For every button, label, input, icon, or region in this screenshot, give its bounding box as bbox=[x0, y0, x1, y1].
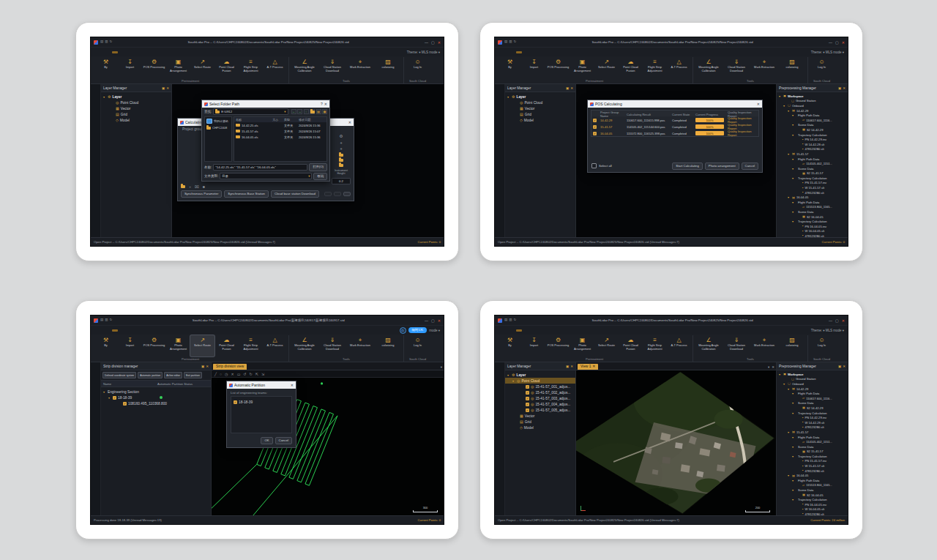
checkbox[interactable] bbox=[526, 403, 529, 406]
chevron-down-icon[interactable]: ▾ bbox=[788, 152, 791, 156]
checkbox[interactable] bbox=[526, 391, 529, 395]
ribbon-button[interactable]: ⚒By bbox=[498, 57, 522, 78]
chevron-down-icon[interactable]: ▾ bbox=[788, 387, 791, 391]
checkbox[interactable] bbox=[593, 132, 597, 135]
chevron-down-icon[interactable]: ▾ bbox=[507, 373, 510, 377]
minimize-button[interactable]: — bbox=[425, 318, 428, 323]
layer-tree-item[interactable]: ▦Vector bbox=[505, 105, 575, 111]
chevron-down-icon[interactable]: ▾ bbox=[792, 123, 795, 127]
ribbon-button[interactable]: ▨colorizing bbox=[374, 57, 402, 78]
maximize-button[interactable]: ▢ bbox=[835, 40, 839, 45]
ribbon-button[interactable]: ☺Log In bbox=[406, 335, 430, 356]
drawing-tool-icon[interactable]: ↺ bbox=[243, 372, 246, 376]
new-folder-icon[interactable] bbox=[310, 109, 315, 114]
preproc-tree-item[interactable]: ▾▤15-41-57 bbox=[777, 430, 848, 435]
ribbon-button[interactable]: ☺Log In bbox=[810, 57, 834, 78]
tab-strip-division-view[interactable]: Strip division view bbox=[213, 364, 247, 370]
detail-view-icon[interactable]: ▦ bbox=[322, 109, 327, 114]
close-icon[interactable]: ✕ bbox=[206, 365, 209, 368]
pin-icon[interactable]: ▣ bbox=[566, 365, 569, 368]
dialog-button[interactable]: Synchronous Parameter bbox=[181, 190, 222, 198]
team-item[interactable]: 18-18-39 bbox=[234, 399, 289, 405]
ribbon-button[interactable]: ↧Import bbox=[118, 335, 142, 356]
ribbon-button[interactable]: ⚙POS Processing bbox=[142, 57, 166, 78]
preproc-tree-item[interactable]: ▾Trajectory Calculation bbox=[777, 497, 848, 502]
chevron-down-icon[interactable]: ▾ bbox=[792, 220, 795, 223]
preproc-tree-item[interactable]: ▢Ground Station bbox=[777, 377, 848, 382]
quick-access-icon[interactable]: ▥ bbox=[509, 318, 512, 322]
preproc-tree-item[interactable]: ▪PN 16-04-05.inv bbox=[777, 224, 848, 229]
ribbon-button[interactable]: ▣Photo Arrangement bbox=[166, 57, 190, 78]
filetype-combobox[interactable]: 目录▾ bbox=[220, 173, 312, 179]
column-header[interactable]: Calculating Result bbox=[627, 113, 672, 116]
close-icon[interactable]: ✕ bbox=[570, 86, 573, 90]
checkbox[interactable] bbox=[593, 119, 597, 122]
preproc-tree-item[interactable]: ▪PN 15-41-57.inv bbox=[777, 459, 848, 464]
preproc-tree-item[interactable]: ▢Ground Station bbox=[777, 99, 848, 104]
preproc-tree-item[interactable]: ▾Trajectory Calculation bbox=[777, 454, 848, 459]
dialog-button[interactable] bbox=[324, 192, 332, 196]
ribbon-button[interactable]: ∠Mounting Angle Calibration bbox=[291, 335, 318, 356]
theme-selector[interactable]: Theme: ▾ MLS mode ▾ bbox=[407, 51, 440, 54]
drawing-tool-icon[interactable]: ⇲ bbox=[261, 372, 264, 376]
preproc-tree-item[interactable]: ▾Scene Data bbox=[777, 444, 848, 449]
quick-access-icon[interactable]: ▤ bbox=[100, 40, 103, 44]
chevron-down-icon[interactable]: ▾ bbox=[792, 201, 795, 204]
checkbox[interactable] bbox=[526, 385, 529, 389]
pin-icon[interactable]: ▣ bbox=[566, 86, 569, 90]
quick-access-icon[interactable]: ↻ bbox=[110, 40, 113, 44]
close-button[interactable]: ✕ bbox=[842, 40, 845, 45]
ribbon-button[interactable]: ≡Flight Strip Adjustment bbox=[239, 57, 263, 78]
ribbon-button[interactable]: ☺Log In bbox=[406, 57, 430, 78]
preproc-tree-item[interactable]: ▦S2 16-04-05 bbox=[777, 493, 848, 498]
layer-tree-item[interactable]: ◎15-41-57_002_adjus... bbox=[505, 389, 575, 395]
checkbox[interactable] bbox=[526, 397, 529, 400]
preproc-tree-item[interactable]: ▾▣Workspace bbox=[777, 372, 848, 377]
ribbon-button[interactable]: ⚒By bbox=[498, 335, 522, 356]
select-all-checkbox[interactable] bbox=[591, 163, 597, 168]
quick-access-icon[interactable]: ▤ bbox=[504, 40, 507, 44]
gear-icon[interactable]: ⚙ bbox=[340, 135, 343, 139]
layer-tree-item[interactable]: ▦Vector bbox=[505, 413, 575, 419]
cancel-button[interactable]: 取消 bbox=[313, 173, 327, 180]
chevron-down-icon[interactable]: ▾ bbox=[792, 498, 795, 501]
pos-table-row[interactable]: 15-41-57114105.402_115144.600.posComplet… bbox=[591, 123, 758, 130]
ribbon-button[interactable]: ↧Import bbox=[118, 57, 142, 78]
checkbox[interactable] bbox=[234, 400, 237, 404]
preproc-tree-item[interactable]: ▾Scene Data bbox=[777, 488, 848, 493]
preproc-tree-item[interactable]: ▾Scene Data bbox=[777, 166, 848, 171]
preproc-tree-item[interactable]: ▾Trajectory Calculation bbox=[777, 219, 848, 224]
chevron-down-icon[interactable]: ▾ bbox=[788, 109, 791, 113]
preproc-tree-item[interactable]: ▾Trajectory Calculation bbox=[777, 176, 848, 181]
ribbon-button[interactable]: ⌖Mark Extraction bbox=[750, 335, 778, 356]
checkbox[interactable] bbox=[113, 396, 116, 400]
quick-access-icon[interactable]: ▥ bbox=[509, 40, 512, 44]
chevron-down-icon[interactable]: ▾ bbox=[779, 373, 782, 376]
quick-access-icon[interactable]: ↻ bbox=[514, 40, 517, 44]
ribbon-button[interactable]: ⚒By bbox=[94, 57, 118, 78]
ribbon-button[interactable]: △A-T Process bbox=[667, 57, 691, 78]
preproc-tree-item[interactable]: ▪PN 14-42-29.inv bbox=[777, 415, 848, 420]
ribbon-button[interactable]: ☁Point Cloud Fusion bbox=[619, 57, 643, 78]
preproc-tree-item[interactable]: ▾Scene Data bbox=[777, 401, 848, 406]
drawing-tool-icon[interactable]: ╱ bbox=[214, 372, 217, 376]
preproc-tree-item[interactable]: ▾Scene Data bbox=[777, 123, 848, 128]
strip-tree-item[interactable]: ▾Engineering Section bbox=[101, 389, 211, 395]
promo-icon[interactable]: ☊ bbox=[400, 327, 406, 334]
ribbon-button[interactable]: ⌖Mark Extraction bbox=[346, 57, 374, 78]
close-icon[interactable]: ✕ bbox=[570, 365, 573, 368]
ribbon-button[interactable]: ☁Point Cloud Fusion bbox=[619, 335, 643, 356]
layer-tree-item[interactable]: ◎Point Cloud bbox=[505, 100, 575, 105]
chevron-down-icon[interactable]: ▾ bbox=[783, 104, 786, 108]
preproc-tree-item[interactable]: ▾Flight Path Data bbox=[777, 113, 848, 118]
back-icon[interactable]: ← bbox=[291, 109, 296, 114]
preproc-tree-item[interactable]: ▾Flight Path Data bbox=[777, 200, 848, 205]
chevron-down-icon[interactable]: ▾ bbox=[792, 445, 795, 449]
preproc-tree-item[interactable]: ▾Flight Path Data bbox=[777, 391, 848, 396]
chevron-down-icon[interactable]: ▾ bbox=[783, 382, 786, 386]
minimize-button[interactable]: — bbox=[829, 40, 832, 45]
menu-item[interactable] bbox=[516, 51, 522, 53]
preproc-tree-item[interactable]: ▾Scene Data bbox=[777, 209, 848, 214]
place-my-computer[interactable]: 我的计算机 bbox=[206, 119, 230, 124]
ok-button[interactable]: OK bbox=[261, 437, 272, 444]
